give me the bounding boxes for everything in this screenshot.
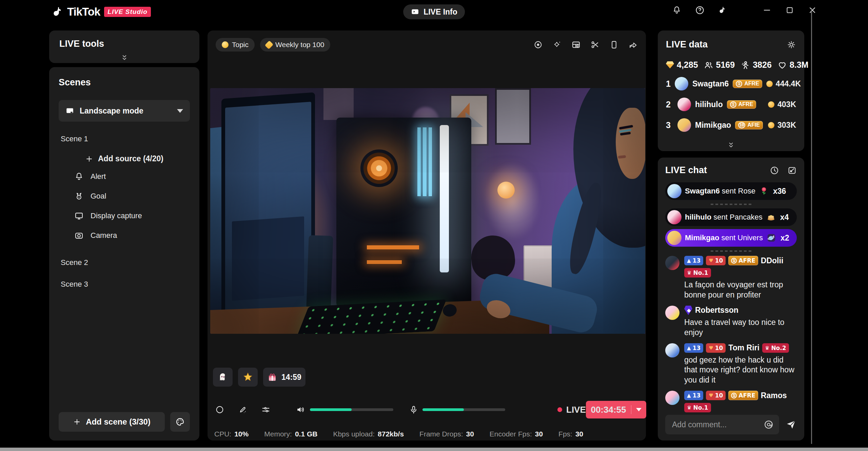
brand-title: TikTok: [67, 5, 100, 18]
speaker-icon[interactable]: [296, 405, 305, 414]
expand-data-chevron-icon[interactable]: [727, 141, 735, 150]
comment-input[interactable]: [665, 415, 779, 434]
add-source-button[interactable]: Add source (4/20): [59, 154, 190, 163]
live-indicator-label: LIVE: [566, 405, 586, 415]
minimize-icon[interactable]: [762, 5, 772, 15]
clock-icon[interactable]: [770, 166, 779, 175]
portrait-icon[interactable]: [609, 40, 619, 49]
preview-header: Topic Weekly top 100: [210, 37, 643, 52]
stat-coins: 4,285: [666, 60, 698, 70]
status-memory: Memory:0.1 GB: [264, 430, 317, 438]
weekly-top-pill[interactable]: Weekly top 100: [260, 38, 330, 52]
gear-icon[interactable]: [787, 40, 796, 49]
topic-pill[interactable]: Topic: [216, 38, 255, 52]
tiktok-logo-icon: [52, 6, 63, 18]
avatar: [675, 77, 688, 90]
stream-control-bar: LIVE 00:34:55: [210, 401, 643, 418]
leaderboard-row-1[interactable]: 1 Swagtan6 1AFRE 444.4K: [666, 77, 796, 90]
tiktok-note-icon[interactable]: [718, 6, 726, 14]
preview-panel: Topic Weekly top 100: [208, 30, 646, 440]
chat-message: ▲13 ♥10 1AFRE Ramos ♛No.1 Wow, das ist c…: [665, 391, 797, 413]
scene-item-2[interactable]: Scene 2: [61, 258, 190, 267]
landscape-icon: [65, 106, 74, 115]
coin-icon: [766, 81, 773, 87]
close-icon[interactable]: [808, 5, 817, 15]
avatar: [665, 306, 679, 320]
avatar: [667, 231, 682, 245]
status-fps: Fps:30: [558, 430, 583, 438]
gift-chip-giftbox[interactable]: 14:59: [263, 368, 305, 387]
source-item-camera[interactable]: Camera: [59, 226, 190, 245]
rank: 1: [666, 79, 671, 89]
source-item-goal[interactable]: Goal: [59, 186, 190, 206]
speaker-volume-slider[interactable]: [310, 408, 393, 411]
mention-icon[interactable]: [764, 419, 774, 430]
theme-palette-button[interactable]: [170, 412, 190, 432]
maximize-icon[interactable]: [785, 6, 794, 15]
leaderboard-row-2[interactable]: 2 hilihulo 1AFRE 403K: [666, 98, 796, 111]
fan-club-badge: 1AFRE: [727, 100, 756, 109]
share-icon[interactable]: [628, 40, 638, 49]
chat-username[interactable]: DDolii: [761, 256, 783, 265]
camera-icon: [74, 231, 84, 240]
stream-timer: 00:34:55: [591, 405, 626, 415]
live-info-button[interactable]: LIVE Info: [403, 4, 465, 19]
source-label: Display capture: [91, 211, 142, 220]
chevron-down-icon: [177, 109, 183, 113]
dotted-divider: [711, 204, 751, 205]
dotted-divider: [711, 250, 751, 252]
expand-tools-chevron-icon[interactable]: [120, 54, 129, 62]
chat-username[interactable]: Ramos: [761, 391, 787, 400]
help-icon[interactable]: [695, 5, 705, 15]
heart-level-badge: ♥10: [706, 391, 726, 400]
chat-text: La façon de voyager est trop bonne pour …: [684, 280, 797, 300]
universe-icon: [766, 233, 776, 243]
scene-item-3[interactable]: Scene 3: [61, 280, 190, 289]
mic-volume-slider[interactable]: [422, 408, 505, 411]
panels-icon[interactable]: [571, 40, 581, 49]
record-circle-icon[interactable]: [215, 405, 224, 414]
plus-icon: [73, 418, 81, 426]
record-icon[interactable]: [533, 40, 543, 49]
rank-badge: ♛No.1: [684, 403, 711, 412]
edit-pencil-icon[interactable]: [238, 405, 248, 414]
pancakes-icon: [766, 212, 776, 222]
scenes-panel: Scenes Landscape mode Scene 1 Add source…: [49, 67, 199, 440]
fan-club-badge: 1AFRE: [728, 256, 758, 265]
chat-username[interactable]: Tom Riri: [728, 343, 760, 352]
goal-icon: [74, 191, 84, 201]
gift-chip-ghost[interactable]: [213, 368, 233, 387]
viewers-icon: [704, 60, 713, 70]
add-source-label: Add source (4/20): [98, 154, 163, 163]
leaderboard-row-3[interactable]: 3 Mimikgao 10AFIE 303K: [666, 118, 796, 132]
mic-icon[interactable]: [409, 405, 418, 414]
settings-sliders-icon[interactable]: [261, 405, 271, 414]
chevron-down-icon: [636, 408, 642, 411]
live-video-preview: [210, 88, 645, 334]
add-scene-button[interactable]: Add scene (3/30): [59, 412, 165, 432]
gift-chip-star[interactable]: [238, 368, 258, 387]
avatar: [667, 210, 682, 224]
weekly-label: Weekly top 100: [275, 41, 324, 49]
status-cpu: CPU:10%: [214, 430, 249, 438]
send-icon[interactable]: [785, 419, 797, 430]
gem-level-badge: ◆34: [684, 306, 692, 315]
titlebar: TikTok LIVE Studio LIVE Info: [0, 0, 868, 21]
sparkle-icon[interactable]: [552, 40, 562, 49]
window-scrollbar[interactable]: [811, 8, 812, 444]
speaker-volume-fill: [310, 408, 352, 411]
source-item-display-capture[interactable]: Display capture: [59, 206, 190, 226]
scissors-icon[interactable]: [590, 40, 600, 49]
source-item-alert[interactable]: Alert: [59, 167, 190, 186]
bell-icon[interactable]: [672, 5, 682, 15]
fan-club-badge: 1AFRE: [733, 80, 762, 88]
bottom-edge-bar: [0, 448, 868, 451]
layout-mode-select[interactable]: Landscape mode: [59, 100, 190, 122]
live-studio-badge: LIVE Studio: [104, 7, 151, 17]
popout-icon[interactable]: [787, 166, 797, 175]
stream-timer-button[interactable]: 00:34:55: [586, 401, 646, 418]
scene-item-1[interactable]: Scene 1: [61, 135, 190, 143]
chat-message-list[interactable]: ▲13 ♥10 1AFRE DDolii ♛No.1 La façon de v…: [665, 256, 797, 413]
rank-badge: ♛No.1: [684, 268, 711, 278]
chat-username[interactable]: Robertsson: [695, 306, 738, 315]
